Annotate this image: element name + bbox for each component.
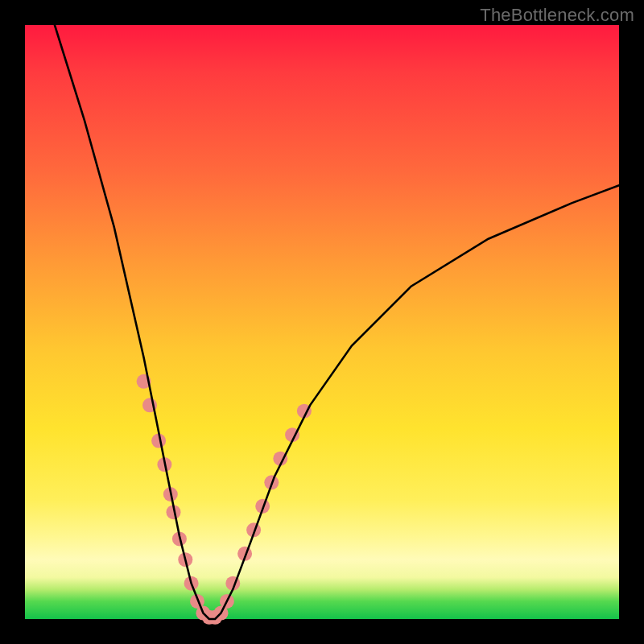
- marker-layer: [137, 374, 312, 625]
- bottleneck-curve: [55, 25, 619, 619]
- chart-svg: [25, 25, 619, 619]
- watermark-text: TheBottleneck.com: [480, 5, 634, 26]
- chart-frame: TheBottleneck.com: [0, 0, 644, 644]
- plot-area: [25, 25, 619, 619]
